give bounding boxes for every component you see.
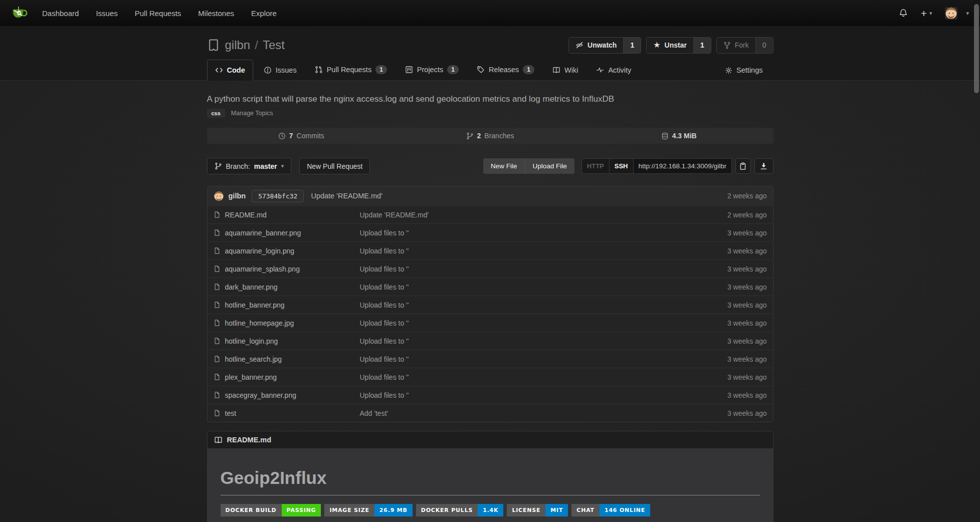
topic-chip-css[interactable]: css xyxy=(207,109,225,118)
branch-selector[interactable]: Branch:master ▾ xyxy=(207,158,292,174)
tab-pull-requests[interactable]: Pull Requests 1 xyxy=(307,59,395,80)
commit-author-avatar[interactable] xyxy=(214,191,224,201)
gitea-logo-icon[interactable] xyxy=(11,6,28,21)
file-icon xyxy=(214,301,221,309)
shield-badge[interactable]: CHAT 146 ONLINE xyxy=(571,504,650,516)
nav-issues[interactable]: Issues xyxy=(96,9,117,18)
file-row: README.md Update 'README.md' 2 weeks ago xyxy=(208,205,773,223)
file-commit-message[interactable]: Upload files to '' xyxy=(360,229,687,237)
file-link[interactable]: hotline_login.png xyxy=(214,337,360,345)
commit-message[interactable]: Update 'README.md' xyxy=(311,192,382,200)
star-count[interactable]: 1 xyxy=(693,38,711,53)
http-protocol-button[interactable]: HTTP xyxy=(581,158,610,174)
copy-clone-url-button[interactable] xyxy=(735,158,751,174)
file-commit-message[interactable]: Upload files to '' xyxy=(360,391,687,399)
badge-row: DOCKER BUILD PASSING IMAGE SIZE 26.9 MB … xyxy=(221,504,760,516)
file-row: hotline_homepage.jpg Upload files to '' … xyxy=(208,314,773,332)
file-commit-message[interactable]: Upload files to '' xyxy=(360,373,687,381)
upload-file-button[interactable]: Upload File xyxy=(525,158,574,174)
unwatch-button[interactable]: Unwatch xyxy=(569,38,623,53)
clone-url-input[interactable] xyxy=(634,158,732,174)
file-icon xyxy=(214,229,221,236)
repo-icon xyxy=(207,39,220,52)
shield-badge[interactable]: IMAGE SIZE 26.9 MB xyxy=(324,504,412,516)
file-icon xyxy=(214,337,221,345)
file-link[interactable]: aquamarine_banner.png xyxy=(214,229,360,237)
file-link[interactable]: hotline_banner.png xyxy=(214,301,360,309)
file-link[interactable]: spacegray_banner.png xyxy=(214,391,360,399)
tab-issues[interactable]: Issues xyxy=(256,60,304,80)
nav-explore[interactable]: Explore xyxy=(251,9,277,18)
breadcrumb: gilbn / Test xyxy=(225,38,285,52)
tab-projects[interactable]: Projects 1 xyxy=(398,59,466,80)
ssh-protocol-button[interactable]: SSH xyxy=(610,158,634,174)
file-link[interactable]: aquamarine_splash.png xyxy=(214,265,360,273)
unstar-button[interactable]: ★ Unstar xyxy=(647,38,693,53)
file-link[interactable]: test xyxy=(214,409,360,417)
file-commit-date: 3 weeks ago xyxy=(687,373,767,381)
repo-size-stat: 4.3 MiB xyxy=(584,132,773,140)
fork-count[interactable]: 0 xyxy=(755,38,773,53)
file-icon xyxy=(214,283,221,291)
shield-badge[interactable]: DOCKER BUILD PASSING xyxy=(221,504,321,516)
repo-name-link[interactable]: Test xyxy=(263,38,285,52)
database-icon xyxy=(661,132,669,140)
tag-icon xyxy=(477,66,485,74)
commits-stat[interactable]: 7Commits xyxy=(207,132,396,140)
tab-wiki[interactable]: Wiki xyxy=(545,60,585,80)
new-file-button[interactable]: New File xyxy=(483,158,525,174)
page-scrollbar-thumb[interactable] xyxy=(974,4,979,93)
star-button-group: ★ Unstar 1 xyxy=(646,37,711,54)
watch-button-group: Unwatch 1 xyxy=(568,37,641,54)
file-row: aquamarine_login.png Upload files to '' … xyxy=(208,241,773,259)
notifications-bell-icon[interactable] xyxy=(899,9,908,18)
commit-author-name[interactable]: gilbn xyxy=(229,192,246,200)
file-table: gilbn 57384bfc32 Update 'README.md' 2 we… xyxy=(207,186,773,422)
file-row: test Add 'test' 3 weeks ago xyxy=(208,404,773,422)
breadcrumb-separator: / xyxy=(255,38,258,52)
gear-icon xyxy=(725,67,732,74)
shield-badge[interactable]: DOCKER PULLS 1.4K xyxy=(416,504,504,516)
file-commit-message[interactable]: Upload files to '' xyxy=(360,247,687,255)
fork-button[interactable]: Fork xyxy=(717,38,755,53)
nav-milestones[interactable]: Milestones xyxy=(198,9,234,18)
watch-count[interactable]: 1 xyxy=(623,38,641,53)
file-commit-message[interactable]: Upload files to '' xyxy=(360,337,687,345)
repo-owner-link[interactable]: gilbn xyxy=(225,38,251,52)
releases-count-badge: 1 xyxy=(523,65,534,74)
user-menu[interactable]: ▾ xyxy=(945,7,969,20)
tab-code[interactable]: Code xyxy=(207,60,253,81)
file-commit-message[interactable]: Upload files to '' xyxy=(360,301,687,309)
file-link[interactable]: hotline_homepage.jpg xyxy=(214,319,360,327)
file-link[interactable]: hotline_search.jpg xyxy=(214,355,360,363)
file-commit-message[interactable]: Add 'test' xyxy=(360,409,687,417)
tab-releases[interactable]: Releases 1 xyxy=(469,59,542,80)
repo-header: gilbn / Test Unwatch 1 xyxy=(0,26,980,81)
branches-stat[interactable]: 2Branches xyxy=(396,132,584,140)
nav-pull-requests[interactable]: Pull Requests xyxy=(135,9,181,18)
file-link[interactable]: README.md xyxy=(214,211,360,219)
nav-dashboard[interactable]: Dashboard xyxy=(42,9,79,18)
file-link[interactable]: dark_banner.png xyxy=(214,283,360,291)
download-archive-button[interactable] xyxy=(754,158,773,174)
new-pull-request-button[interactable]: New Pull Request xyxy=(299,158,370,174)
shield-badge[interactable]: LICENSE MIT xyxy=(507,504,568,516)
file-commit-message[interactable]: Upload files to '' xyxy=(360,319,687,327)
file-link[interactable]: aquamarine_login.png xyxy=(214,247,360,255)
manage-topics-link[interactable]: Manage Topics xyxy=(231,110,273,117)
file-commit-message[interactable]: Upload files to '' xyxy=(360,355,687,363)
commit-hash-badge[interactable]: 57384bfc32 xyxy=(252,190,304,202)
file-commit-message[interactable]: Upload files to '' xyxy=(360,283,687,291)
branch-icon xyxy=(215,162,222,170)
tab-settings[interactable]: Settings xyxy=(717,60,770,80)
file-commit-message[interactable]: Upload files to '' xyxy=(360,265,687,273)
file-link[interactable]: plex_banner.png xyxy=(214,373,360,381)
file-commit-date: 2 weeks ago xyxy=(687,211,767,219)
file-commit-message[interactable]: Update 'README.md' xyxy=(360,211,687,219)
create-new-menu[interactable]: + ▾ xyxy=(921,8,932,19)
file-row: hotline_search.jpg Upload files to '' 3 … xyxy=(208,350,773,368)
projects-count-badge: 1 xyxy=(447,65,459,74)
commit-date: 2 weeks ago xyxy=(727,192,767,200)
tab-activity[interactable]: Activity xyxy=(589,60,639,80)
fork-icon xyxy=(723,42,731,49)
